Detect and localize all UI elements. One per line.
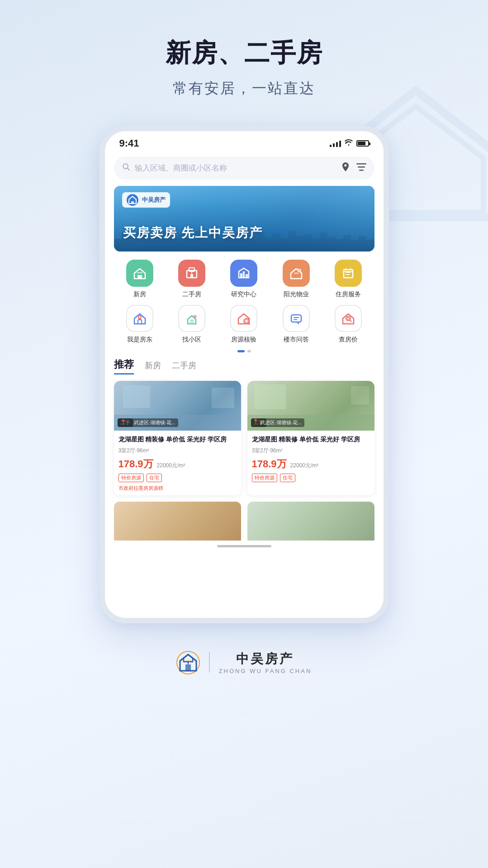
cards-row-partial — [105, 495, 384, 541]
signal-icon — [330, 140, 341, 147]
status-bar: 9:41 — [105, 131, 384, 153]
svg-rect-18 — [138, 320, 142, 324]
nav-icon-check-price[interactable]: 查房价 — [326, 305, 371, 344]
card-2-specs: 3室2厅·96m² — [252, 447, 370, 455]
nav-icon-second-hand[interactable]: 二手房 — [169, 260, 214, 299]
banner[interactable]: 中吴房产 买房卖房 先上中吴房产 — [114, 186, 374, 251]
scroll-indicator — [105, 541, 384, 551]
card-1-unit: 22000元/m² — [157, 462, 185, 470]
tab-recommend[interactable]: 推荐 — [114, 358, 134, 375]
card-1-location: 📍武进区·湖塘镇·花... — [118, 418, 178, 427]
banner-logo-icon — [127, 194, 138, 206]
nav-icon-market-qa[interactable]: 楼市问答 — [274, 305, 319, 344]
nav-icon-landlord[interactable]: 我是房东 — [117, 305, 162, 344]
banner-slogan: 买房卖房 先上中吴房产 — [123, 224, 365, 242]
svg-rect-31 — [185, 664, 191, 671]
svg-line-29 — [350, 320, 351, 322]
nav-icon-market-qa-circle — [283, 305, 310, 332]
dot-active — [237, 350, 245, 352]
nav-icon-second-hand-label: 二手房 — [182, 290, 201, 299]
wifi-icon — [345, 139, 353, 147]
svg-rect-12 — [243, 271, 245, 278]
property-card-2[interactable]: 二手 📍武进区·湖塘镇·花... 龙湖星图 精装修 单价低 采光好 学区房 3室… — [247, 381, 374, 495]
footer-logo-text: 中吴房产 ZHONG WU FANG CHAN — [219, 650, 312, 674]
card-2-body: 龙湖星图 精装修 单价低 采光好 学区房 3室2厅·96m² 178.9万 22… — [247, 431, 374, 486]
menu-icon[interactable] — [356, 163, 366, 173]
nav-icon-new-house-label: 新房 — [133, 290, 146, 299]
nav-icon-market-qa-label: 楼市问答 — [284, 336, 309, 344]
icon-row-1: 新房 二手房 研究中心 — [114, 260, 374, 299]
svg-rect-5 — [131, 201, 134, 204]
card-1-body: 龙湖星图 精装修 单价低 采光好 学区房 3室2厅·96m² 178.9万 22… — [114, 431, 241, 495]
svg-rect-15 — [344, 270, 353, 278]
card-2-tag-2: 住宅 — [280, 474, 295, 482]
hero-section: 新房、二手房 常有安居，一站直达 — [0, 0, 488, 99]
tabs-section: 推荐 新房 二手房 — [105, 358, 384, 375]
card-2-price-row: 178.9万 22000元/m² — [252, 457, 370, 471]
nav-icon-research[interactable]: 研究中心 — [221, 260, 266, 299]
footer-brand-cn: 中吴房产 — [236, 650, 294, 668]
nav-icon-sunshine-circle — [283, 260, 310, 287]
card-1-tags: 特价房源 住宅 — [118, 474, 237, 482]
card-1-title: 龙湖星图 精装修 单价低 采光好 学区房 — [118, 435, 237, 444]
nav-icon-landlord-circle — [126, 305, 153, 332]
tab-second-hand[interactable]: 二手房 — [172, 360, 196, 373]
svg-rect-3 — [358, 166, 365, 168]
footer-brand-en: ZHONG WU FANG CHAN — [219, 668, 312, 674]
nav-icon-find-community-circle — [178, 305, 205, 332]
search-bar[interactable]: 输入区域、商圈或小区名称 — [114, 157, 374, 180]
svg-rect-24 — [291, 315, 301, 322]
battery-icon — [356, 140, 369, 147]
hero-title: 新房、二手房 — [166, 36, 323, 71]
nav-icon-verify-source-circle — [230, 305, 257, 332]
svg-rect-9 — [190, 274, 193, 278]
card-2-unit: 22000元/m² — [290, 462, 319, 470]
nav-icon-second-hand-circle — [178, 260, 205, 287]
nav-icon-check-price-circle — [335, 305, 362, 332]
tab-new-house[interactable]: 新房 — [145, 360, 161, 373]
svg-rect-2 — [356, 163, 366, 165]
svg-rect-6 — [137, 275, 142, 279]
card-1-tag-2: 住宅 — [147, 474, 162, 482]
nav-icon-check-price-label: 查房价 — [339, 336, 358, 344]
dot-inactive — [247, 350, 251, 352]
svg-point-22 — [245, 320, 248, 323]
card-image-2: 二手 📍武进区·湖塘镇·花... — [247, 381, 374, 431]
nav-icon-research-circle — [230, 260, 257, 287]
tabs-header: 推荐 新房 二手房 — [114, 358, 374, 375]
phone-frame: 9:41 输入区域、商圈或小区名称 — [99, 126, 389, 623]
nav-icon-find-community-label: 找小区 — [182, 336, 201, 344]
card-1-specs: 3室2厅·96m² — [118, 447, 237, 455]
property-card-1[interactable]: 二手 📍武进区·湖塘镇·花... 龙湖星图 精装修 单价低 采光好 学区房 3室… — [114, 381, 241, 495]
footer-logo: 中吴房产 ZHONG WU FANG CHAN — [176, 650, 312, 674]
nav-icon-find-community[interactable]: 找小区 — [169, 305, 214, 344]
status-time: 9:41 — [119, 138, 139, 149]
card-1-price: 178.9万 — [118, 457, 153, 471]
nav-icon-sunshine[interactable]: 阳光物业 — [274, 260, 319, 299]
nav-icon-sunshine-label: 阳光物业 — [284, 290, 309, 299]
nav-icon-housing-service[interactable]: 住房服务 — [326, 260, 371, 299]
card-2-tag-1: 特价房源 — [252, 474, 277, 482]
page-footer: 中吴房产 ZHONG WU FANG CHAN — [176, 650, 312, 702]
svg-rect-4 — [359, 170, 364, 171]
svg-rect-11 — [240, 273, 242, 278]
svg-rect-13 — [246, 274, 248, 278]
partial-card-2 — [247, 502, 374, 541]
svg-line-1 — [127, 168, 129, 171]
pagination-dots — [105, 350, 384, 352]
card-2-location: 📍武进区·湖塘镇·花... — [251, 418, 304, 427]
card-2-tags: 特价房源 住宅 — [252, 474, 370, 482]
nav-icon-landlord-label: 我是房东 — [127, 336, 152, 344]
search-right-icons — [341, 162, 366, 174]
card-1-price-row: 178.9万 22000元/m² — [118, 457, 237, 471]
partial-card-1 — [114, 502, 241, 541]
nav-icon-verify-source[interactable]: 房源核验 — [221, 305, 266, 344]
card-1-note: 市政府拉墨房房源榜 — [118, 485, 237, 492]
status-icons — [330, 139, 369, 147]
svg-point-19 — [138, 316, 141, 318]
card-2-title: 龙湖星图 精装修 单价低 采光好 学区房 — [252, 435, 370, 444]
hero-subtitle: 常有安居，一站直达 — [173, 79, 315, 99]
icon-row-2: 我是房东 找小区 房源核验 — [114, 305, 374, 344]
location-icon[interactable] — [341, 162, 350, 174]
nav-icon-new-house[interactable]: 新房 — [117, 260, 162, 299]
